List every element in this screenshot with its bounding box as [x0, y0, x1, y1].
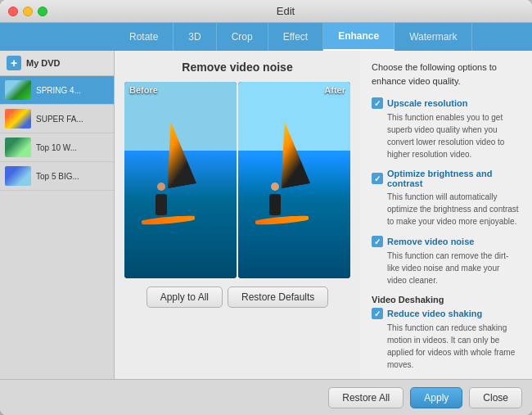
- option-header-brightness: Optimize brightness and contrast: [372, 169, 521, 188]
- option-name-brightness: Optimize brightness and contrast: [387, 169, 521, 188]
- sidebar-thumb-super: [5, 109, 31, 129]
- option-header-deshaking: Reduce video shaking: [372, 308, 521, 319]
- after-panel: After: [238, 82, 350, 278]
- video-preview-area: Remove video noise Before: [115, 51, 360, 379]
- add-button[interactable]: +: [7, 56, 21, 70]
- sidebar-label-top10: Top 10 W...: [36, 143, 109, 152]
- figure-body-after: [269, 194, 281, 215]
- sidebar-thumb-spring: [5, 80, 31, 100]
- tab-watermark[interactable]: Watermark: [394, 23, 472, 51]
- option-group-brightness: Optimize brightness and contrast This fu…: [372, 169, 521, 228]
- option-desc-upscale: This function enables you to get superb …: [387, 111, 521, 160]
- before-scene: [124, 82, 237, 278]
- before-label: Before: [129, 85, 158, 95]
- preview-title: Remove video noise: [182, 61, 292, 74]
- sidebar-list: SPRING 4... SUPER FA... Top 10 W... Top …: [0, 76, 114, 379]
- sidebar-label-spring: SPRING 4...: [36, 86, 109, 95]
- figure-head-after: [271, 183, 279, 191]
- figure-after: [269, 183, 286, 215]
- restore-defaults-button[interactable]: Restore Defaults: [228, 286, 328, 308]
- board-after: [255, 214, 308, 226]
- options-panel: Choose the following options to enhance …: [360, 51, 532, 379]
- sidebar-item-top10[interactable]: Top 10 W...: [0, 133, 114, 162]
- after-scene: [238, 82, 350, 278]
- minimize-traffic-light[interactable]: [23, 7, 33, 16]
- before-panel: Before: [124, 82, 237, 278]
- deshaking-section-title: Video Deshaking: [372, 295, 521, 304]
- option-desc-deshaking: This function can reduce shaking motion …: [387, 322, 521, 371]
- sidebar-item-top5[interactable]: Top 5 BIG...: [0, 162, 114, 191]
- sail-before: [152, 119, 200, 190]
- traffic-lights: [8, 7, 47, 16]
- sidebar-item-spring[interactable]: SPRING 4...: [0, 76, 114, 105]
- tab-enhance[interactable]: Enhance: [323, 23, 394, 51]
- preview-action-buttons: Apply to All Restore Defaults: [147, 286, 329, 308]
- main-window: Edit Rotate 3D Crop Effect Enhance Water…: [0, 0, 532, 415]
- window-title: Edit: [47, 5, 524, 17]
- main-content: + My DVD SPRING 4... SUPER FA... Top 10 …: [0, 51, 532, 379]
- footer-bar: Restore All Apply Close: [0, 379, 532, 415]
- close-traffic-light[interactable]: [8, 7, 18, 16]
- maximize-traffic-light[interactable]: [38, 7, 47, 16]
- tab-crop[interactable]: Crop: [217, 23, 268, 51]
- figure-before: [156, 183, 172, 215]
- title-bar: Edit: [0, 0, 532, 23]
- board-before: [141, 214, 194, 226]
- sidebar-label-top5: Top 5 BIG...: [36, 172, 109, 181]
- sidebar-title: My DVD: [26, 58, 61, 68]
- tab-bar: Rotate 3D Crop Effect Enhance Watermark: [0, 23, 532, 51]
- apply-to-all-button[interactable]: Apply to All: [147, 286, 223, 308]
- option-name-deshaking: Reduce video shaking: [387, 309, 482, 318]
- option-group-noise: Remove video noise This function can rem…: [372, 236, 521, 286]
- right-panel: Remove video noise Before: [115, 51, 532, 379]
- option-desc-noise: This function can remove the dirt-like v…: [387, 250, 521, 286]
- after-label: After: [324, 85, 345, 95]
- figure-head-before: [157, 183, 165, 191]
- option-group-deshaking: Reduce video shaking This function can r…: [372, 308, 521, 371]
- sidebar-thumb-top5: [5, 166, 31, 186]
- before-after-container: Before After: [124, 82, 350, 278]
- tab-3d[interactable]: 3D: [174, 23, 216, 51]
- option-name-noise: Remove video noise: [387, 237, 474, 246]
- option-header-noise: Remove video noise: [372, 236, 521, 247]
- tab-rotate[interactable]: Rotate: [115, 23, 174, 51]
- option-desc-brightness: This function will automatically optimiz…: [387, 191, 521, 228]
- apply-button[interactable]: Apply: [410, 387, 462, 408]
- sidebar: + My DVD SPRING 4... SUPER FA... Top 10 …: [0, 51, 115, 379]
- option-group-upscale: Upscale resolution This function enables…: [372, 97, 521, 160]
- sidebar-header: + My DVD: [0, 51, 114, 76]
- option-header-upscale: Upscale resolution: [372, 97, 521, 109]
- checkbox-noise[interactable]: [372, 236, 383, 247]
- sidebar-item-super[interactable]: SUPER FA...: [0, 105, 114, 133]
- options-intro: Choose the following options to enhance …: [372, 61, 521, 88]
- figure-body-before: [156, 194, 167, 215]
- sail-after: [266, 119, 313, 190]
- checkbox-brightness[interactable]: [372, 173, 383, 184]
- restore-all-button[interactable]: Restore All: [328, 387, 404, 408]
- sidebar-label-super: SUPER FA...: [36, 115, 109, 124]
- option-name-upscale: Upscale resolution: [387, 98, 467, 108]
- checkbox-upscale[interactable]: [372, 97, 383, 109]
- sidebar-thumb-top10: [5, 138, 31, 157]
- close-button[interactable]: Close: [469, 387, 522, 408]
- tab-effect[interactable]: Effect: [268, 23, 323, 51]
- checkbox-deshaking[interactable]: [372, 308, 383, 319]
